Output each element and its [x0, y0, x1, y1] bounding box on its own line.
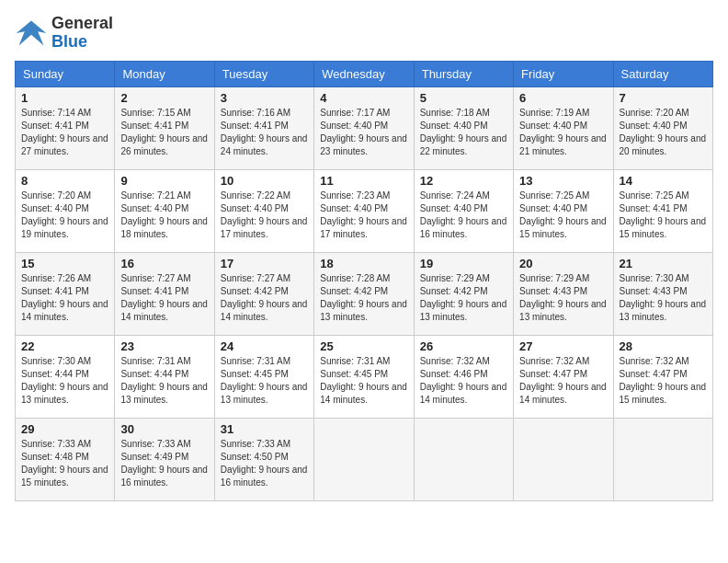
- daylight-text: Daylight: 9 hours and 14 minutes.: [519, 382, 607, 405]
- day-info: Sunrise: 7:28 AM Sunset: 4:42 PM Dayligh…: [320, 272, 407, 324]
- sunrise-text: Sunrise: 7:25 AM: [620, 190, 689, 201]
- day-info: Sunrise: 7:17 AM Sunset: 4:40 PM Dayligh…: [320, 107, 407, 158]
- page-header: General Blue: [15, 15, 713, 52]
- sunset-text: Sunset: 4:41 PM: [120, 286, 188, 296]
- daylight-text: Daylight: 9 hours and 23 minutes.: [320, 133, 407, 156]
- day-info: Sunrise: 7:25 AM Sunset: 4:40 PM Dayligh…: [519, 190, 607, 241]
- weekday-header-wednesday: Wednesday: [314, 61, 414, 86]
- logo-text: General Blue: [51, 15, 113, 52]
- daylight-text: Daylight: 9 hours and 27 minutes.: [21, 133, 108, 156]
- sunrise-text: Sunrise: 7:32 AM: [519, 356, 589, 366]
- day-info: Sunrise: 7:26 AM Sunset: 4:41 PM Dayligh…: [21, 272, 108, 324]
- sunrise-text: Sunrise: 7:20 AM: [620, 108, 689, 118]
- sunset-text: Sunset: 4:40 PM: [420, 121, 488, 131]
- calendar-cell: 8 Sunrise: 7:20 AM Sunset: 4:40 PM Dayli…: [16, 169, 115, 252]
- day-number: 1: [21, 91, 108, 105]
- sunset-text: Sunset: 4:44 PM: [21, 369, 89, 379]
- daylight-text: Daylight: 9 hours and 26 minutes.: [120, 133, 208, 156]
- sunset-text: Sunset: 4:45 PM: [221, 369, 289, 379]
- sunset-text: Sunset: 4:43 PM: [620, 286, 688, 296]
- calendar-cell: 4 Sunrise: 7:17 AM Sunset: 4:40 PM Dayli…: [314, 86, 414, 169]
- day-number: 18: [320, 257, 407, 270]
- sunset-text: Sunset: 4:43 PM: [519, 286, 587, 296]
- daylight-text: Daylight: 9 hours and 22 minutes.: [420, 133, 507, 156]
- sunset-text: Sunset: 4:41 PM: [21, 286, 89, 296]
- sunset-text: Sunset: 4:40 PM: [420, 203, 488, 213]
- day-info: Sunrise: 7:21 AM Sunset: 4:40 PM Dayligh…: [120, 190, 208, 241]
- logo-bird-icon: [15, 17, 48, 50]
- day-number: 2: [120, 91, 208, 105]
- day-number: 26: [420, 339, 507, 353]
- calendar-cell: 9 Sunrise: 7:21 AM Sunset: 4:40 PM Dayli…: [115, 169, 214, 252]
- sunset-text: Sunset: 4:41 PM: [21, 121, 89, 131]
- sunrise-text: Sunrise: 7:15 AM: [120, 108, 190, 118]
- day-number: 25: [320, 339, 407, 353]
- daylight-text: Daylight: 9 hours and 17 minutes.: [320, 216, 407, 239]
- calendar-cell: 2 Sunrise: 7:15 AM Sunset: 4:41 PM Dayli…: [115, 86, 214, 169]
- day-number: 14: [620, 174, 707, 188]
- sunrise-text: Sunrise: 7:14 AM: [21, 108, 91, 118]
- calendar-week-3: 15 Sunrise: 7:26 AM Sunset: 4:41 PM Dayl…: [16, 252, 713, 335]
- day-info: Sunrise: 7:20 AM Sunset: 4:40 PM Dayligh…: [620, 107, 707, 158]
- daylight-text: Daylight: 9 hours and 13 minutes.: [21, 382, 108, 405]
- day-number: 12: [420, 174, 507, 188]
- day-number: 29: [21, 422, 108, 436]
- day-number: 23: [120, 339, 208, 353]
- daylight-text: Daylight: 9 hours and 13 minutes.: [420, 299, 507, 322]
- calendar-cell: 24 Sunrise: 7:31 AM Sunset: 4:45 PM Dayl…: [214, 335, 313, 418]
- sunrise-text: Sunrise: 7:21 AM: [120, 190, 190, 201]
- calendar-cell: 23 Sunrise: 7:31 AM Sunset: 4:44 PM Dayl…: [115, 335, 214, 418]
- sunrise-text: Sunrise: 7:31 AM: [221, 356, 290, 366]
- day-number: 21: [620, 257, 707, 270]
- sunset-text: Sunset: 4:47 PM: [620, 369, 688, 379]
- daylight-text: Daylight: 9 hours and 13 minutes.: [519, 299, 607, 322]
- day-number: 22: [21, 339, 108, 353]
- day-number: 16: [120, 257, 208, 270]
- day-info: Sunrise: 7:32 AM Sunset: 4:46 PM Dayligh…: [420, 355, 507, 407]
- weekday-header-tuesday: Tuesday: [214, 61, 313, 86]
- daylight-text: Daylight: 9 hours and 15 minutes.: [620, 216, 707, 239]
- day-info: Sunrise: 7:27 AM Sunset: 4:42 PM Dayligh…: [221, 272, 308, 324]
- calendar-cell: 7 Sunrise: 7:20 AM Sunset: 4:40 PM Dayli…: [613, 86, 712, 169]
- calendar-cell: 13 Sunrise: 7:25 AM Sunset: 4:40 PM Dayl…: [514, 169, 613, 252]
- sunrise-text: Sunrise: 7:29 AM: [519, 273, 589, 283]
- day-info: Sunrise: 7:14 AM Sunset: 4:41 PM Dayligh…: [21, 107, 108, 158]
- sunset-text: Sunset: 4:42 PM: [420, 286, 488, 296]
- day-info: Sunrise: 7:16 AM Sunset: 4:41 PM Dayligh…: [221, 107, 308, 158]
- sunrise-text: Sunrise: 7:30 AM: [620, 273, 689, 283]
- day-number: 20: [519, 257, 607, 270]
- calendar-week-2: 8 Sunrise: 7:20 AM Sunset: 4:40 PM Dayli…: [16, 169, 713, 252]
- sunrise-text: Sunrise: 7:23 AM: [320, 190, 390, 201]
- day-number: 24: [221, 339, 308, 353]
- day-info: Sunrise: 7:29 AM Sunset: 4:42 PM Dayligh…: [420, 272, 507, 324]
- weekday-header-thursday: Thursday: [414, 61, 513, 86]
- day-number: 17: [221, 257, 308, 270]
- weekday-header-sunday: Sunday: [16, 61, 115, 86]
- day-info: Sunrise: 7:15 AM Sunset: 4:41 PM Dayligh…: [120, 107, 208, 158]
- day-number: 6: [519, 91, 607, 105]
- calendar-week-5: 29 Sunrise: 7:33 AM Sunset: 4:48 PM Dayl…: [16, 418, 713, 500]
- calendar-cell: 25 Sunrise: 7:31 AM Sunset: 4:45 PM Dayl…: [314, 335, 414, 418]
- calendar-cell: 19 Sunrise: 7:29 AM Sunset: 4:42 PM Dayl…: [414, 252, 513, 335]
- sunrise-text: Sunrise: 7:27 AM: [221, 273, 290, 283]
- daylight-text: Daylight: 9 hours and 16 minutes.: [420, 216, 507, 239]
- sunrise-text: Sunrise: 7:17 AM: [320, 108, 390, 118]
- calendar-cell: 20 Sunrise: 7:29 AM Sunset: 4:43 PM Dayl…: [514, 252, 613, 335]
- sunrise-text: Sunrise: 7:25 AM: [519, 190, 589, 201]
- day-info: Sunrise: 7:31 AM Sunset: 4:44 PM Dayligh…: [120, 355, 208, 407]
- daylight-text: Daylight: 9 hours and 21 minutes.: [519, 133, 607, 156]
- calendar-cell: 28 Sunrise: 7:32 AM Sunset: 4:47 PM Dayl…: [613, 335, 712, 418]
- sunset-text: Sunset: 4:48 PM: [21, 452, 89, 462]
- day-number: 30: [120, 422, 208, 436]
- calendar-cell: 6 Sunrise: 7:19 AM Sunset: 4:40 PM Dayli…: [514, 86, 613, 169]
- daylight-text: Daylight: 9 hours and 13 minutes.: [120, 382, 208, 405]
- day-info: Sunrise: 7:29 AM Sunset: 4:43 PM Dayligh…: [519, 272, 607, 324]
- calendar-cell: 15 Sunrise: 7:26 AM Sunset: 4:41 PM Dayl…: [16, 252, 115, 335]
- daylight-text: Daylight: 9 hours and 14 minutes.: [420, 382, 507, 405]
- sunrise-text: Sunrise: 7:20 AM: [21, 190, 91, 201]
- calendar-cell: 29 Sunrise: 7:33 AM Sunset: 4:48 PM Dayl…: [16, 418, 115, 500]
- sunset-text: Sunset: 4:42 PM: [320, 286, 388, 296]
- calendar-cell: 10 Sunrise: 7:22 AM Sunset: 4:40 PM Dayl…: [214, 169, 313, 252]
- sunset-text: Sunset: 4:49 PM: [120, 452, 188, 462]
- calendar-week-4: 22 Sunrise: 7:30 AM Sunset: 4:44 PM Dayl…: [16, 335, 713, 418]
